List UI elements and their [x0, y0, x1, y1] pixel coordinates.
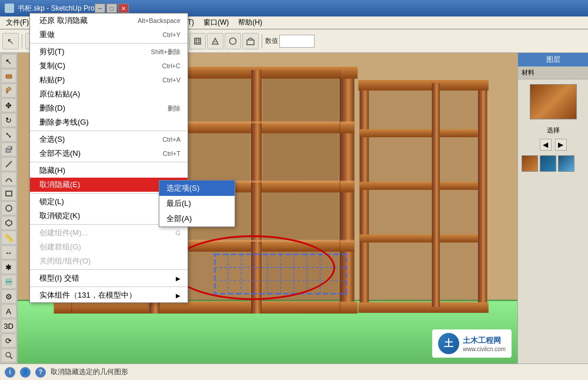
- edit-dropdown-menu: 还原 取消隐藏 Alt+Backspace 重做 Ctrl+Y 剪切(T) Sh…: [29, 13, 188, 303]
- submenu-all[interactable]: 全部(A): [159, 211, 235, 226]
- menu-close-group[interactable]: 关闭组/组件(O): [30, 254, 188, 268]
- menu-delete[interactable]: 删除(D) 删除: [30, 101, 188, 115]
- sep-1: [30, 43, 188, 44]
- menu-make-component[interactable]: 创建组件(M)... G: [30, 226, 188, 240]
- menu-select-all[interactable]: 全选(S) Ctrl+A: [30, 132, 188, 146]
- menu-solid-tools[interactable]: 实体组件（131，在模型中） ▶: [30, 288, 188, 302]
- submenu-selected[interactable]: 选定项(S): [159, 181, 235, 196]
- sep-7: [30, 286, 188, 287]
- submenu-last[interactable]: 最后(L): [159, 196, 235, 211]
- menu-paste-in-place[interactable]: 原位粘贴(A): [30, 87, 188, 101]
- menu-redo[interactable]: 重做 Ctrl+Y: [30, 28, 188, 42]
- menu-delete-guides[interactable]: 删除参考线(G): [30, 115, 188, 129]
- menu-paste[interactable]: 粘贴(P) Ctrl+V: [30, 73, 188, 87]
- menu-make-group[interactable]: 创建群组(G): [30, 240, 188, 254]
- menu-select-none[interactable]: 全部不选(N) Ctrl+T: [30, 146, 188, 161]
- menu-cut[interactable]: 剪切(T) Shift+删除: [30, 45, 188, 59]
- sep-6: [30, 269, 188, 270]
- sep-3: [30, 162, 188, 162]
- menu-copy[interactable]: 复制(C) Ctrl+C: [30, 59, 188, 73]
- unhide-submenu: 选定项(S) 最后(L) 全部(A): [159, 180, 235, 227]
- sep-2: [30, 131, 188, 131]
- menu-hide[interactable]: 隐藏(H): [30, 164, 188, 178]
- dropdown-overlay[interactable]: 还原 取消隐藏 Alt+Backspace 重做 Ctrl+Y 剪切(T) Sh…: [0, 0, 588, 380]
- menu-intersect[interactable]: 模型(I) 交错 ▶: [30, 271, 188, 285]
- menu-undo[interactable]: 还原 取消隐藏 Alt+Backspace: [30, 14, 188, 28]
